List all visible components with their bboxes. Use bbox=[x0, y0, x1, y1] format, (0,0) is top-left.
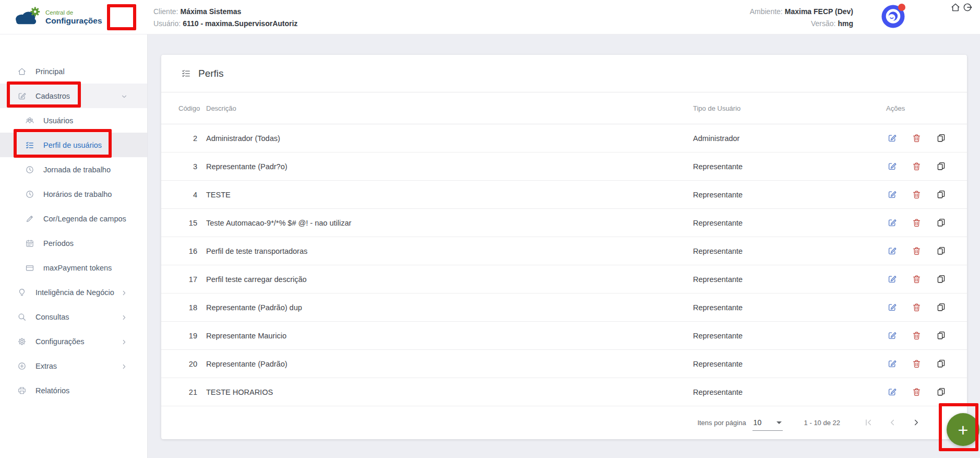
menu-toggle-button[interactable] bbox=[115, 15, 134, 28]
cell-tipo-usuario: Representante bbox=[693, 247, 877, 255]
page-size-select[interactable]: 10 bbox=[752, 418, 783, 431]
edit-icon bbox=[887, 161, 897, 171]
sidebar-item-label: Relatórios bbox=[35, 386, 147, 395]
delete-icon bbox=[912, 133, 922, 143]
delete-button[interactable] bbox=[912, 331, 922, 340]
copy-button[interactable] bbox=[936, 190, 946, 199]
cell-tipo-usuario: Representante bbox=[693, 162, 877, 171]
sidebar-item-label: Consultas bbox=[35, 313, 121, 321]
table-row: 20Representante (Padrão)Representante bbox=[161, 350, 967, 378]
delete-button[interactable] bbox=[912, 218, 922, 228]
delete-button[interactable] bbox=[912, 190, 922, 199]
copy-button[interactable] bbox=[936, 246, 946, 256]
chevron-right-icon bbox=[912, 418, 921, 427]
copy-icon bbox=[936, 246, 946, 256]
copy-button[interactable] bbox=[936, 387, 946, 397]
cell-codigo: 18 bbox=[178, 303, 197, 312]
chevron-left-icon bbox=[888, 418, 897, 427]
sidebar-item-label: Períodos bbox=[43, 239, 147, 248]
sidebar-item-perfil-de-usuarios[interactable]: Perfil de usuários bbox=[0, 133, 147, 157]
next-page-button[interactable] bbox=[912, 418, 921, 427]
chevron-right-icon bbox=[121, 363, 127, 369]
sidebar-item-horarios-de-trabalho[interactable]: Horários de trabalho bbox=[0, 182, 147, 206]
delete-button[interactable] bbox=[912, 387, 922, 397]
sidebar-item-maxpayment-tokens[interactable]: maxPayment tokens bbox=[0, 255, 147, 280]
edit-icon bbox=[887, 331, 897, 340]
users-icon bbox=[25, 116, 34, 125]
edit-button[interactable] bbox=[887, 190, 897, 199]
sidebar-item-label: Inteligência de Negócio bbox=[35, 288, 121, 297]
sidebar-item-label: Configurações bbox=[35, 337, 121, 346]
delete-icon bbox=[912, 359, 922, 369]
edit-button[interactable] bbox=[887, 218, 897, 228]
delete-button[interactable] bbox=[912, 161, 922, 171]
sidebar-item-inteligencia-de-negocio[interactable]: Inteligência de Negócio bbox=[0, 280, 147, 304]
copy-button[interactable] bbox=[936, 133, 946, 143]
copy-button[interactable] bbox=[936, 274, 946, 284]
sidebar-item-cadastros[interactable]: Cadastros bbox=[0, 84, 147, 108]
logout-button[interactable] bbox=[962, 2, 973, 13]
edit-button[interactable] bbox=[887, 302, 897, 312]
edit-button[interactable] bbox=[887, 246, 897, 256]
table-row: 4TESTERepresentante bbox=[161, 181, 967, 209]
table-row: 16Perfil de teste transportadorasReprese… bbox=[161, 237, 967, 265]
sidebar-item-extras[interactable]: Extras bbox=[0, 354, 147, 378]
sidebar-item-usuarios[interactable]: Usuários bbox=[0, 108, 147, 133]
sidebar-item-configuracoes[interactable]: Configurações bbox=[0, 329, 147, 354]
edit-button[interactable] bbox=[887, 274, 897, 284]
delete-icon bbox=[912, 190, 922, 199]
copy-button[interactable] bbox=[936, 218, 946, 228]
sidebar-item-label: Cadastros bbox=[35, 92, 121, 100]
edit-button[interactable] bbox=[887, 359, 897, 369]
notification-dot bbox=[898, 4, 905, 11]
clock-icon bbox=[25, 190, 34, 199]
table-row: 17Perfil teste carregar descriçãoReprese… bbox=[161, 265, 967, 293]
cell-codigo: 17 bbox=[178, 275, 197, 284]
delete-icon bbox=[912, 246, 922, 256]
calendar-icon bbox=[25, 239, 34, 248]
page-size-value: 10 bbox=[754, 418, 762, 427]
home-icon bbox=[17, 67, 27, 76]
edit-button[interactable] bbox=[887, 331, 897, 340]
user-label: Usuário: bbox=[153, 19, 181, 28]
home-button[interactable] bbox=[950, 2, 961, 13]
delete-button[interactable] bbox=[912, 274, 922, 284]
copy-button[interactable] bbox=[936, 331, 946, 340]
edit-button[interactable] bbox=[887, 387, 897, 397]
table-row: 2Administrador (Todas)Administrador bbox=[161, 124, 967, 152]
edit-icon bbox=[887, 246, 897, 256]
copy-button[interactable] bbox=[936, 359, 946, 369]
sidebar-item-consultas[interactable]: Consultas bbox=[0, 304, 147, 329]
sidebar-item-label: Usuários bbox=[43, 116, 147, 125]
add-button[interactable]: + bbox=[947, 413, 979, 446]
copy-icon bbox=[936, 387, 946, 397]
sidebar-item-cor-legenda-de-campos[interactable]: Cor/Legenda de campos bbox=[0, 206, 147, 231]
cell-codigo: 15 bbox=[178, 219, 197, 227]
delete-icon bbox=[912, 274, 922, 284]
column-header-descricao: Descrição bbox=[206, 104, 684, 112]
delete-button[interactable] bbox=[912, 133, 922, 143]
delete-icon bbox=[912, 302, 922, 312]
cell-tipo-usuario: Representante bbox=[693, 191, 877, 199]
copy-button[interactable] bbox=[936, 161, 946, 171]
edit-button[interactable] bbox=[887, 161, 897, 171]
page-range-text: 1 - 10 de 22 bbox=[804, 419, 840, 427]
delete-button[interactable] bbox=[912, 359, 922, 369]
sidebar-item-jornada-de-trabalho[interactable]: Jornada de trabalho bbox=[0, 157, 147, 182]
sidebar-item-periodos[interactable]: Períodos bbox=[0, 231, 147, 255]
copy-button[interactable] bbox=[936, 302, 946, 312]
delete-button[interactable] bbox=[912, 246, 922, 256]
cell-descricao: Representante Mauricio bbox=[206, 332, 684, 340]
first-page-button[interactable] bbox=[864, 418, 873, 427]
sidebar-item-relatorios[interactable]: Relatórios bbox=[0, 378, 147, 403]
copy-icon bbox=[936, 331, 946, 340]
sidebar-item-principal[interactable]: Principal bbox=[0, 59, 147, 84]
edit-button[interactable] bbox=[887, 133, 897, 143]
environment-value: Maxima FECP (Dev) bbox=[785, 7, 853, 16]
previous-page-button[interactable] bbox=[888, 418, 897, 427]
cell-codigo: 2 bbox=[178, 134, 197, 143]
table-body: 2Administrador (Todas)Administrador3Repr… bbox=[161, 124, 967, 406]
chat-widget-button[interactable] bbox=[881, 5, 905, 28]
delete-button[interactable] bbox=[912, 302, 922, 312]
copy-icon bbox=[936, 302, 946, 312]
